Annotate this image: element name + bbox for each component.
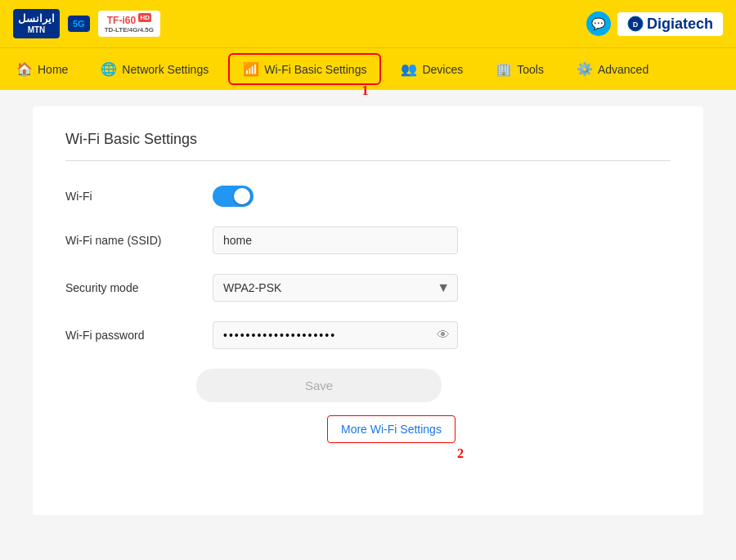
wifi-toggle-control	[213, 186, 458, 207]
security-row: Security mode WPA2-PSK WPA-PSK WPA3-SAE …	[65, 274, 671, 302]
nav-item-devices[interactable]: 👥 Devices	[384, 48, 479, 90]
5g-label: 5G	[73, 19, 85, 29]
nav-label-devices: Devices	[422, 63, 463, 76]
nav-item-tools[interactable]: 🏢 Tools	[479, 48, 560, 90]
security-select-wrapper: WPA2-PSK WPA-PSK WPA3-SAE None ▼	[213, 274, 458, 302]
header-right: 💬 D Digiatech	[586, 11, 723, 36]
password-label: Wi-Fi password	[65, 329, 196, 342]
network-icon: 🌐	[101, 61, 117, 77]
security-label: Security mode	[65, 281, 196, 294]
nav-label-advanced: Advanced	[598, 63, 648, 76]
save-button[interactable]: Save	[196, 369, 442, 402]
page-title: Wi-Fi Basic Settings	[65, 131, 671, 161]
main-content: Wi-Fi Basic Settings Wi-Fi Wi-Fi name (S…	[33, 106, 703, 515]
tf-logo: TF-i60 HD TD-LTE/4G/4.5G	[98, 11, 160, 37]
navigation: 🏠 Home 🌐 Network Settings 📶 Wi-Fi Basic …	[0, 47, 736, 90]
password-wrapper: 👁	[213, 321, 458, 349]
nav-label-tools: Tools	[517, 63, 544, 76]
ssid-control	[213, 226, 458, 254]
devices-icon: 👥	[401, 61, 417, 77]
tools-icon: 🏢	[496, 61, 512, 77]
svg-text:D: D	[633, 20, 639, 29]
ssid-row: Wi-Fi name (SSID)	[65, 226, 671, 254]
home-icon: 🏠	[16, 61, 33, 77]
chat-icon[interactable]: 💬	[586, 11, 611, 36]
brand-icon: D	[627, 16, 644, 32]
password-control: 👁	[213, 321, 458, 349]
more-wifi-settings-link[interactable]: More Wi-Fi Settings	[327, 415, 456, 443]
brand-name: Digiatech	[647, 16, 713, 33]
tf-tech: TD-LTE/4G/4.5G	[105, 26, 154, 34]
header-logos: ایرانسل MTN 5G TF-i60 HD TD-LTE/4G/4.5G	[13, 9, 160, 38]
security-select[interactable]: WPA2-PSK WPA-PSK WPA3-SAE None	[213, 274, 458, 302]
hd-badge: HD	[138, 13, 151, 22]
more-settings-wrapper: More Wi-Fi Settings 2	[196, 415, 456, 443]
mtn-label: ایرانسل	[18, 12, 55, 25]
password-input[interactable]	[213, 321, 458, 349]
wifi-label: Wi-Fi	[65, 190, 196, 203]
nav-item-home[interactable]: 🏠 Home	[0, 48, 84, 90]
ssid-label: Wi-Fi name (SSID)	[65, 234, 196, 247]
wifi-icon: 📶	[243, 61, 259, 77]
wifi-toggle[interactable]	[213, 186, 254, 207]
nav-label-network: Network Settings	[122, 63, 209, 76]
toggle-thumb	[234, 188, 250, 204]
eye-icon[interactable]: 👁	[437, 328, 450, 343]
nav-item-network-settings[interactable]: 🌐 Network Settings	[84, 48, 225, 90]
mtn-logo: ایرانسل MTN	[13, 9, 60, 38]
header: ایرانسل MTN 5G TF-i60 HD TD-LTE/4G/4.5G …	[0, 0, 736, 47]
annotation-1: 1	[361, 83, 368, 98]
brand-logo: D Digiatech	[617, 12, 723, 36]
nav-item-wifi-basic[interactable]: 📶 Wi-Fi Basic Settings 1	[228, 53, 381, 85]
ssid-input[interactable]	[213, 226, 458, 254]
security-control: WPA2-PSK WPA-PSK WPA3-SAE None ▼	[213, 274, 458, 302]
password-row: Wi-Fi password 👁	[65, 321, 671, 349]
tf-model: TF-i60 HD	[105, 14, 154, 26]
nav-label-home: Home	[38, 63, 68, 76]
annotation-2: 2	[457, 446, 464, 461]
nav-item-advanced[interactable]: ⚙️ Advanced	[560, 48, 665, 90]
nav-label-wifi: Wi-Fi Basic Settings	[264, 63, 366, 76]
mtn-sub: MTN	[28, 25, 46, 35]
wifi-toggle-row: Wi-Fi	[65, 186, 671, 207]
advanced-icon: ⚙️	[577, 61, 593, 77]
5g-logo: 5G	[68, 16, 90, 32]
